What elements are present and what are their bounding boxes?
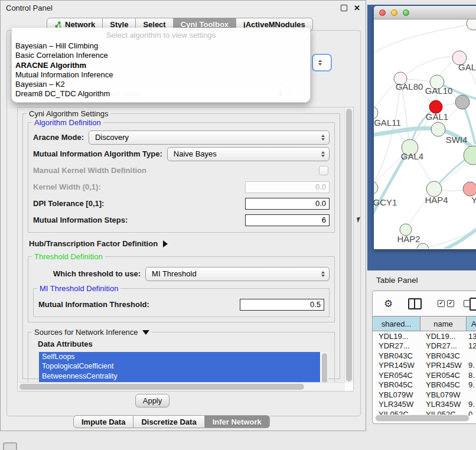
algorithm-item[interactable]: Mutual Information Inference — [12, 70, 310, 80]
sources-group-header[interactable]: Sources for Network Inference — [32, 328, 152, 337]
gear-icon[interactable]: ⚙ — [384, 299, 393, 309]
minimize-button[interactable] — [391, 9, 397, 16]
kernel-width-input[interactable] — [245, 181, 330, 193]
aracne-mode-combo[interactable]: Discovery — [89, 131, 330, 145]
settings-vscrollbar-thumb[interactable] — [346, 109, 352, 381]
spinner-arrows-icon — [318, 60, 322, 66]
list-item-topologicalcoefficient[interactable]: TopologicalCoefficient — [39, 361, 320, 371]
settings-hscrollbar — [18, 382, 345, 391]
table-cell: YER054C — [373, 371, 420, 380]
list-item-selfloops[interactable]: SelfLoops — [39, 352, 320, 361]
network-node-swi4[interactable] — [464, 146, 476, 165]
algorithm-definition-group: Algorithm Definition Aracne Mode: Discov… — [28, 122, 335, 233]
algorithm-dropdown-popup: Select algorithm to view settings Bayesi… — [11, 28, 311, 103]
algorithm-item[interactable]: Basic Correlation Inference — [12, 51, 310, 60]
which-threshold-value: MI Threshold — [146, 269, 321, 278]
mi-steps-label: Mutual Information Steps: — [33, 216, 128, 224]
scrollbar-corner — [345, 383, 353, 391]
table-row[interactable]: YER054CYER054C8. — [373, 370, 476, 380]
mi-type-combo[interactable]: Naive Bayes — [167, 147, 330, 161]
algorithm-item[interactable]: Bayesian – K2 — [12, 80, 310, 89]
column-header-A[interactable]: A — [467, 317, 476, 331]
node-label: GAL4 — [401, 151, 423, 161]
table-cell: YBR045C — [373, 380, 420, 389]
which-threshold-combo[interactable]: MI Threshold — [145, 267, 330, 281]
split-columns-icon[interactable] — [408, 298, 422, 309]
manual-kernel-row: Manual Kernel Width Definition — [33, 163, 330, 178]
data-attributes-label: Data Attributes — [38, 340, 332, 348]
new-table-icon[interactable] — [470, 298, 476, 311]
node-label: GAL80 — [396, 81, 423, 92]
table-row[interactable]: YBR045CYBR045C9. — [373, 380, 476, 390]
table-cell: 9. — [467, 400, 476, 409]
table-toolbar: ⚙ ✓ ✓ — [373, 291, 476, 316]
table-row[interactable]: YDL19...YDL19...13 — [373, 331, 476, 341]
network-node-y[interactable] — [463, 182, 476, 196]
close-button[interactable] — [379, 9, 386, 16]
list-item-betweennesscentrality[interactable]: BetweennessCentrality — [39, 371, 320, 381]
table-hscrollbar — [375, 415, 470, 422]
column-header-name[interactable]: name — [420, 317, 467, 331]
table-cell: 13 — [467, 332, 476, 341]
zoom-button[interactable] — [403, 9, 409, 16]
table-row[interactable]: YBL079WYBL079W — [373, 390, 476, 400]
network-node[interactable] — [431, 122, 445, 136]
hub-definition-toggle[interactable]: Hub/Transcription Factor Definition — [29, 239, 340, 248]
network-canvas[interactable]: GALGAL80GAL10GAL1SWI4GAL11GAL4GCY1HAP4YH… — [374, 19, 476, 249]
control-panel-title: Control Panel — [6, 4, 53, 12]
table-cell: YER054C — [420, 371, 467, 380]
table-row[interactable]: YBR043CYBR043C — [373, 351, 476, 361]
algorithm-item[interactable]: Dream8 DC_TDC Algorithm — [12, 89, 310, 99]
select-all-columns-icon[interactable]: ✓ ✓ — [438, 300, 454, 307]
close-icon[interactable]: ✕ — [354, 4, 360, 12]
settings-group-title: Cyni Algorithm Settings — [27, 109, 110, 118]
table-row[interactable]: YLR345WYLR345W9. — [373, 400, 476, 410]
node-label: HAP2 — [397, 234, 420, 244]
mi-steps-input[interactable] — [245, 214, 330, 226]
float-window-icon[interactable] — [341, 5, 347, 11]
combo-spinner-icon — [321, 271, 325, 277]
tab-infer-network[interactable]: Infer Network — [205, 415, 270, 428]
dpi-tolerance-input[interactable] — [245, 198, 330, 210]
combo-spinner-icon — [321, 151, 325, 157]
tab-label: Discretize Data — [141, 418, 196, 426]
manual-kernel-checkbox[interactable] — [319, 166, 328, 175]
mi-type-row: Mutual Information Algorithm Type: Naive… — [33, 146, 330, 161]
minimized-panel-icon[interactable] — [3, 442, 17, 450]
table-cell: YDL19... — [373, 332, 420, 341]
combo-spinner-icon — [321, 135, 325, 141]
table-row[interactable]: YPR145WYPR145W9. — [373, 361, 476, 371]
expand-right-icon — [163, 240, 168, 247]
table-hscrollbar-thumb[interactable] — [376, 415, 469, 421]
table-panel-title: Table Panel — [376, 276, 418, 285]
kernel-width-label: Kernel Width (0,1): — [33, 182, 101, 191]
algorithm-item[interactable]: ARACNE Algorithm — [12, 61, 310, 70]
table-cell: YDR27... — [420, 341, 467, 350]
table-cell: 9. — [467, 361, 476, 370]
node-label: GAL — [458, 62, 476, 72]
settings-vscrollbar — [344, 107, 353, 383]
apply-button[interactable]: Apply — [135, 394, 169, 407]
dpi-tolerance-label: DPI Tolerance [0,1]: — [33, 199, 104, 208]
network-graph: GALGAL80GAL10GAL1SWI4GAL11GAL4GCY1HAP4YH… — [374, 19, 476, 249]
dpi-tolerance-row: DPI Tolerance [0,1]: — [33, 196, 330, 211]
settings-hscrollbar-thumb[interactable] — [19, 384, 304, 390]
mi-type-value: Naive Bayes — [168, 149, 321, 158]
which-threshold-row: Which threshold to use: MI Threshold — [33, 266, 330, 281]
mi-type-label: Mutual Information Algorithm Type: — [33, 149, 162, 158]
network-node[interactable] — [455, 95, 470, 109]
aracne-mode-value: Discovery — [89, 133, 321, 142]
algorithm-item[interactable]: Bayesian – Hill Climbing — [12, 41, 310, 51]
network-node-gcy1[interactable] — [374, 181, 378, 194]
column-header-shared...[interactable]: shared... — [373, 317, 420, 331]
network-node[interactable] — [467, 19, 476, 30]
mi-threshold-input[interactable] — [240, 299, 324, 311]
focused-spinner[interactable] — [312, 54, 332, 71]
table-cell: YLR345W — [373, 400, 420, 409]
mi-steps-row: Mutual Information Steps: — [33, 213, 330, 227]
tab-discretize-data[interactable]: Discretize Data — [133, 415, 204, 428]
tab-impute-data[interactable]: Impute Data — [73, 415, 133, 428]
table-row[interactable]: YDR27...YDR27...12 — [373, 341, 476, 351]
network-node[interactable] — [417, 243, 429, 249]
collapse-down-icon — [142, 330, 149, 335]
